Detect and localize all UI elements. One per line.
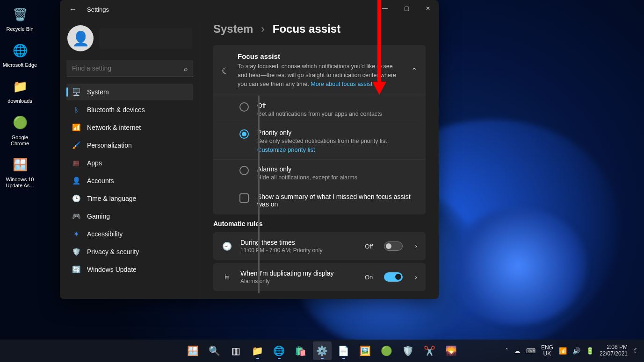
desktop-label: Google Chrome (2, 135, 37, 147)
sidebar-item-bluetooth-devices[interactable]: ᛒ Bluetooth & devices (66, 101, 193, 118)
language-indicator[interactable]: ENG UK (541, 345, 553, 357)
clock[interactable]: 2:08 PM 22/07/2021 (600, 344, 628, 357)
sidebar-item-accessibility[interactable]: ✶ Accessibility (66, 226, 193, 242)
taskbar-edge[interactable]: 🌐 (270, 341, 289, 360)
profile-block[interactable]: 👤 (66, 21, 193, 58)
sidebar-icon: ▦ (72, 159, 80, 167)
focus-option-off[interactable]: Off Get all notifications from your apps… (213, 96, 426, 123)
tray-overflow-icon[interactable]: ˄ (505, 347, 508, 355)
option-title: Off (257, 102, 382, 109)
avatar: 👤 (67, 25, 94, 51)
taskbar-photos[interactable]: 🖼️ (356, 341, 375, 360)
option-desc: See only selected notifications from the… (257, 138, 387, 144)
rule-when-i-m-duplicating-my-display[interactable]: 🖥 When I'm duplicating my display Alarms… (213, 263, 426, 291)
focus-option-priority-only[interactable]: Priority only See only selected notifica… (213, 123, 426, 160)
option-title: Alarms only (257, 165, 357, 173)
focus-assist-header[interactable]: ☾ Focus assist To stay focused, choose w… (213, 45, 426, 96)
settings-search[interactable]: ⌕ (66, 60, 193, 77)
rule-during-these-times[interactable]: 🕘 During these times 11:00 PM - 7:00 AM;… (213, 232, 426, 260)
search-icon: ⌕ (184, 65, 188, 72)
profile-name-redacted (99, 28, 192, 49)
back-button[interactable]: ← (64, 5, 82, 14)
sidebar-item-label: Accessibility (87, 230, 123, 238)
sidebar-item-label: Privacy & security (87, 248, 139, 256)
sidebar-item-privacy-security[interactable]: 🛡️ Privacy & security (66, 243, 193, 260)
breadcrumb-parent[interactable]: System (213, 22, 253, 35)
search-input[interactable] (66, 60, 193, 77)
desktop-label: downloads (2, 98, 37, 104)
volume-icon[interactable]: 🔊 (572, 347, 580, 355)
keyboard-icon[interactable]: ⌨ (526, 347, 535, 355)
radio-button[interactable] (239, 129, 249, 139)
summary-label: Show a summary of what I missed when foc… (257, 193, 417, 208)
desktop-glyph: 🌐 (10, 41, 30, 60)
taskbar-store[interactable]: 🛍️ (291, 341, 310, 360)
chevron-up-icon[interactable]: ⌃ (411, 66, 417, 75)
desktop-label: Recycle Bin (2, 26, 37, 32)
rule-toggle[interactable] (384, 272, 403, 282)
sidebar-item-label: Bluetooth & devices (87, 106, 145, 114)
more-about-link[interactable]: More about focus assist (311, 81, 372, 87)
focus-option-alarms-only[interactable]: Alarms only Hide all notifications, exce… (213, 160, 426, 186)
focus-assist-desc: To stay focused, choose which notificati… (238, 62, 402, 88)
rule-toggle[interactable] (384, 241, 403, 251)
wifi-icon[interactable]: 📶 (559, 347, 567, 355)
desktop-label: Windows 10 Update As... (2, 177, 37, 189)
close-button[interactable]: ✕ (417, 0, 439, 17)
sidebar-item-apps[interactable]: ▦ Apps (66, 155, 193, 171)
radio-button[interactable] (239, 166, 249, 175)
taskbar-file-explorer[interactable]: 📁 (248, 341, 267, 360)
maximize-button[interactable]: ▢ (396, 0, 417, 17)
taskbar-word[interactable]: 📄 (334, 341, 353, 360)
desktop-icon-windows-10-update-as-[interactable]: 🪟 Windows 10 Update As... (2, 155, 37, 189)
sidebar-icon: 🖥️ (72, 88, 80, 96)
sidebar-item-windows-update[interactable]: 🔄 Windows Update (66, 261, 193, 278)
desktop-glyph: 📁 (10, 77, 30, 96)
sidebar-item-label: Accounts (87, 177, 114, 185)
desktop-icon-google-chrome[interactable]: 🟢 Google Chrome (2, 113, 37, 147)
summary-checkbox[interactable] (239, 193, 249, 203)
rule-state: Off (365, 243, 373, 250)
sidebar-item-label: Network & internet (87, 124, 141, 131)
sidebar-item-accounts[interactable]: 👤 Accounts (66, 172, 193, 189)
sidebar-item-label: Windows Update (87, 266, 137, 273)
focus-assist-title: Focus assist (238, 52, 402, 60)
taskbar-search[interactable]: 🔍 (205, 341, 224, 360)
sidebar-icon: 🕒 (72, 194, 80, 203)
taskbar-security[interactable]: 🛡️ (399, 341, 418, 360)
taskbar-chrome[interactable]: 🟢 (377, 341, 396, 360)
taskbar-snip[interactable]: ✂️ (420, 341, 439, 360)
taskbar-gallery[interactable]: 🌄 (442, 341, 461, 360)
sidebar-icon: 🔄 (72, 265, 80, 274)
minimize-button[interactable]: ― (374, 0, 396, 17)
sidebar-item-system[interactable]: 🖥️ System (66, 84, 193, 100)
desktop-icon-microsoft-edge[interactable]: 🌐 Microsoft Edge (2, 41, 37, 68)
sidebar-item-network-internet[interactable]: 📶 Network & internet (66, 119, 193, 136)
sidebar-icon: 🛡️ (72, 248, 80, 256)
option-title: Priority only (257, 129, 387, 136)
desktop-icon-downloads[interactable]: 📁 downloads (2, 77, 37, 104)
summary-checkbox-row[interactable]: Show a summary of what I missed when foc… (213, 186, 426, 214)
taskbar-start[interactable]: 🪟 (184, 341, 203, 360)
onedrive-icon[interactable]: ☁ (514, 347, 521, 355)
sidebar-item-label: Gaming (87, 213, 110, 220)
sidebar-icon: 📶 (72, 123, 80, 132)
sidebar-scrollbar[interactable] (258, 95, 260, 293)
sidebar-icon: 🎮 (72, 212, 80, 220)
focus-assist-tray-icon[interactable]: ☾ (633, 347, 639, 355)
titlebar: ← Settings ― ▢ ✕ (60, 0, 439, 19)
sidebar-item-gaming[interactable]: 🎮 Gaming (66, 208, 193, 225)
sidebar-item-personalization[interactable]: 🖌️ Personalization (66, 137, 193, 154)
option-desc: Get all notifications from your apps and… (257, 111, 382, 117)
breadcrumb: System › Focus assist (213, 22, 426, 35)
desktop-icon-recycle-bin[interactable]: 🗑️ Recycle Bin (2, 5, 37, 32)
radio-button[interactable] (239, 102, 249, 112)
taskbar-settings[interactable]: ⚙️ (313, 341, 332, 360)
sidebar-item-time-language[interactable]: 🕒 Time & language (66, 190, 193, 207)
sidebar-item-label: System (87, 88, 109, 96)
taskbar-task-view[interactable]: ▥ (227, 341, 246, 360)
desktop-glyph: 🗑️ (10, 5, 30, 24)
battery-icon[interactable]: 🔋 (586, 347, 594, 355)
customize-priority-link[interactable]: Customize priority list (257, 146, 315, 153)
automatic-rules-header: Automatic rules (213, 220, 426, 227)
